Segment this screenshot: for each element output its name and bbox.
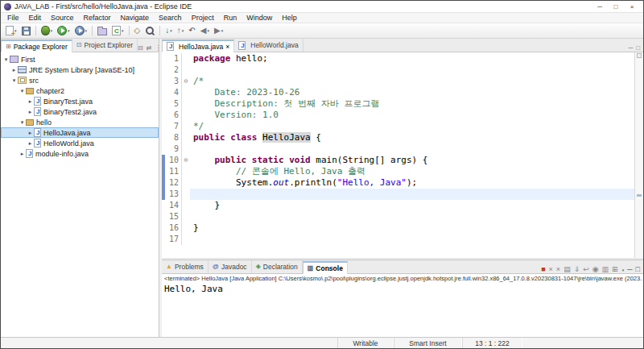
console-output[interactable]: Hello, Java	[162, 283, 643, 337]
new-wizard-button[interactable]: ▾	[4, 24, 19, 37]
code-line-17[interactable]: 17	[162, 234, 634, 245]
code-line-13[interactable]: 13	[162, 189, 634, 200]
remove-launch-icon[interactable]: ×	[549, 266, 553, 273]
back-button[interactable]: ◀▾	[199, 24, 211, 37]
tree-item-helloworld-java[interactable]: ▸HelloWorld.java	[1, 138, 159, 148]
tree-item-src[interactable]: ▾src	[1, 75, 159, 85]
menu-window[interactable]: Window	[242, 14, 277, 22]
fold-margin	[181, 53, 190, 64]
tree-collapse-icon[interactable]: ▾	[19, 119, 26, 125]
close-tab-icon[interactable]: ×	[225, 43, 229, 51]
tree-item-binarytest2-java[interactable]: ▸BinaryTest2.java	[1, 106, 159, 117]
menu-help[interactable]: Help	[277, 14, 302, 22]
tree-item-chapter2[interactable]: ▾chapter2	[1, 85, 159, 96]
tree-item-binarytest-java[interactable]: ▸BinaryTest.java	[1, 96, 159, 106]
next-annotation-button[interactable]: ↓▾	[163, 24, 174, 37]
tree-expand-icon[interactable]: ▸	[27, 109, 34, 114]
overview-ruler[interactable]	[634, 52, 643, 258]
display-selected-console-icon[interactable]: ▥	[602, 266, 609, 273]
fold-collapse-icon[interactable]: ⊖	[181, 155, 190, 166]
scroll-lock-icon[interactable]: ⇓	[574, 266, 580, 273]
forward-button[interactable]: ▶▾	[213, 24, 225, 37]
tree-item-hellojava-java[interactable]: ▸HelloJava.java	[1, 127, 159, 138]
minimize-view-icon[interactable]: ─	[627, 266, 632, 273]
menu-source[interactable]: Source	[46, 14, 79, 22]
menu-edit[interactable]: Edit	[24, 14, 47, 22]
overview-ruler-mark[interactable]	[637, 194, 642, 197]
previous-annotation-button[interactable]: ↑▾	[175, 24, 186, 37]
code-line-10[interactable]: 10⊖ public static void main(String[] arg…	[162, 155, 634, 166]
clear-console-icon[interactable]: ▤	[564, 266, 571, 273]
code-line-15[interactable]: 15	[162, 211, 634, 222]
jfile-icon	[34, 97, 41, 106]
tree-item-first[interactable]: ▾First	[1, 54, 159, 64]
editor-tab-hellojava-java[interactable]: HelloJava.java×	[162, 39, 234, 52]
tab-javadoc[interactable]: @Javadoc	[208, 260, 252, 273]
new-class-button[interactable]: ▾	[110, 24, 126, 37]
run-button[interactable]: ▾	[56, 24, 72, 37]
tree-expand-icon[interactable]: ▸	[27, 140, 34, 146]
code-line-5[interactable]: 5 Description: 첫 번째 자바 프로그램	[162, 98, 634, 110]
new-java-project-button[interactable]	[96, 24, 109, 37]
menu-file[interactable]: File	[2, 14, 24, 22]
code-line-16[interactable]: 16}	[162, 222, 634, 234]
open-console-icon[interactable]: ⊞	[612, 266, 618, 273]
editor-tab-helloworld-java[interactable]: HelloWorld.java	[234, 39, 303, 52]
maximize-view-icon[interactable]: □	[636, 45, 640, 52]
code-area[interactable]: 1package hello;23⊖/*4 Date: 2023-10-265 …	[162, 52, 634, 258]
menu-search[interactable]: Search	[154, 14, 187, 22]
menu-project[interactable]: Project	[187, 14, 219, 22]
tree-collapse-icon[interactable]: ▾	[10, 77, 18, 83]
tab-declaration[interactable]: ◈Declaration	[252, 260, 303, 273]
code-line-6[interactable]: 6 Version: 1.0	[162, 110, 634, 121]
code-line-4[interactable]: 4 Date: 2023-10-26	[162, 87, 634, 98]
package-explorer-tree[interactable]: ▾First▸JRE System Library [JavaSE-10]▾sr…	[1, 52, 159, 337]
code-line-14[interactable]: 14 }	[162, 200, 634, 211]
code-line-9[interactable]: 9	[162, 143, 634, 155]
fold-collapse-icon[interactable]: ⊖	[181, 76, 190, 87]
minimize-window-button[interactable]: ─	[592, 3, 608, 10]
minimize-view-icon[interactable]: ─	[628, 45, 633, 52]
menu-navigate[interactable]: Navigate	[116, 14, 155, 22]
code-line-2[interactable]: 2	[162, 64, 634, 76]
code-line-8[interactable]: 8public class HelloJava {	[162, 132, 634, 143]
last-edit-location-button[interactable]: ↶	[187, 24, 196, 37]
search-button[interactable]	[143, 24, 156, 37]
tree-expand-icon[interactable]: ▸	[19, 151, 26, 156]
menu-run[interactable]: Run	[219, 14, 242, 22]
tree-item-hello[interactable]: ▾hello	[1, 117, 159, 127]
maximize-window-button[interactable]: □	[608, 3, 624, 10]
code-editor[interactable]: 1package hello;23⊖/*4 Date: 2023-10-265 …	[162, 52, 643, 258]
tree-collapse-icon[interactable]: ▾	[2, 56, 10, 62]
tab-console[interactable]: ▥Console	[303, 261, 348, 274]
link-with-editor-icon[interactable]: ⇄	[147, 45, 152, 52]
view-tab-project-explorer[interactable]: ⊡Project Explorer	[72, 39, 138, 52]
project-explorer-icon: ⊡	[76, 42, 82, 48]
tree-item-jre-system-library-javase-10[interactable]: ▸JRE System Library [JavaSE-10]	[1, 64, 159, 75]
collapse-all-icon[interactable]: ⊟	[138, 45, 143, 52]
word-wrap-icon[interactable]: ↩	[583, 266, 589, 273]
tree-expand-icon[interactable]: ▸	[27, 98, 34, 104]
tree-item-label: src	[29, 77, 39, 85]
terminate-icon[interactable]: ■	[541, 266, 545, 273]
remove-all-launches-icon[interactable]: ×	[556, 266, 560, 273]
tree-item-module-info-java[interactable]: ▸module-info.java	[1, 148, 159, 159]
open-type-button[interactable]: ◇	[133, 24, 142, 37]
close-window-button[interactable]: ×	[624, 3, 640, 10]
code-line-12[interactable]: 12 System.out.println("Hello, Java");	[162, 177, 634, 189]
tree-expand-icon[interactable]: ▸	[10, 67, 18, 73]
external-tools-button[interactable]: ▾	[73, 24, 89, 37]
code-line-7[interactable]: 7*/	[162, 121, 634, 132]
view-tab-package-explorer[interactable]: ⊞Package Explorer	[1, 39, 72, 52]
tree-expand-icon[interactable]: ▸	[27, 130, 34, 135]
menu-refactor[interactable]: Refactor	[79, 14, 116, 22]
maximize-view-icon[interactable]: □	[636, 266, 640, 273]
tab-problems[interactable]: ▲Problems	[162, 260, 208, 273]
code-line-1[interactable]: 1package hello;	[162, 53, 634, 64]
tree-collapse-icon[interactable]: ▾	[19, 88, 26, 93]
debug-button[interactable]: ▾	[39, 24, 55, 37]
code-line-11[interactable]: 11 // 콘솔에 Hello, Java 출력	[162, 166, 634, 177]
save-button[interactable]	[20, 24, 32, 37]
code-line-3[interactable]: 3⊖/*	[162, 76, 634, 87]
pin-console-icon[interactable]: ◉	[592, 266, 599, 273]
